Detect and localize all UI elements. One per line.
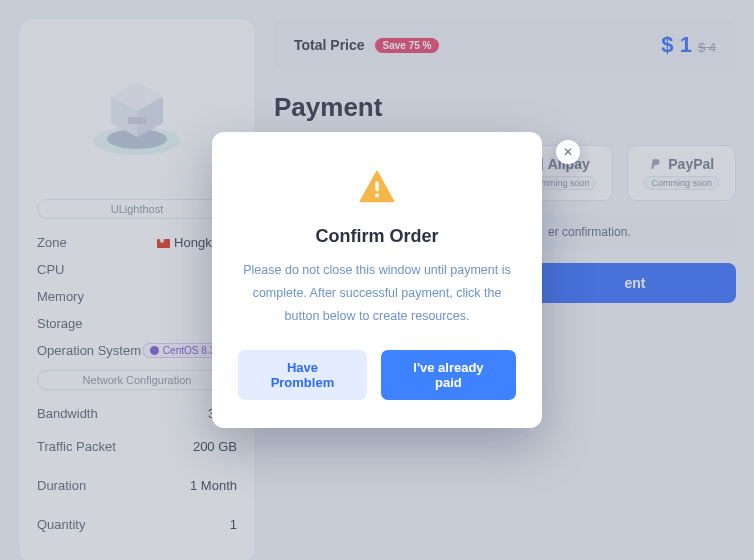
have-problem-button[interactable]: Have Promblem [238, 350, 367, 400]
already-paid-button[interactable]: I've already paid [381, 350, 516, 400]
warning-icon [357, 168, 397, 208]
modal-title: Confirm Order [238, 226, 516, 247]
modal-description: Please do not close this window until pa… [238, 259, 516, 328]
close-button[interactable]: ✕ [556, 140, 580, 164]
close-icon: ✕ [563, 145, 573, 159]
svg-point-8 [375, 193, 379, 197]
svg-rect-7 [375, 181, 378, 191]
modal-overlay: ✕ Confirm Order Please do not close this… [0, 0, 754, 560]
modal-actions: Have Promblem I've already paid [238, 350, 516, 400]
confirm-order-modal: Confirm Order Please do not close this w… [212, 132, 542, 428]
